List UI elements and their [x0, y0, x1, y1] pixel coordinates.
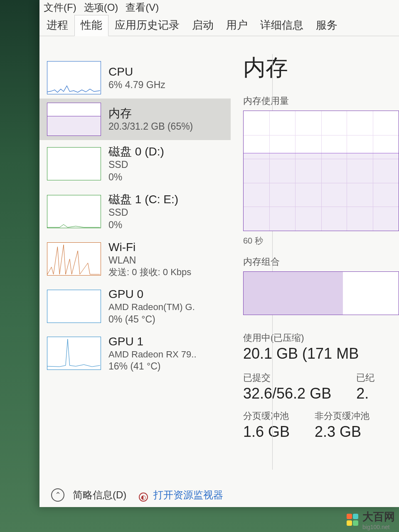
disk1-title: 磁盘 1 (C: E:) [108, 192, 223, 207]
committed-label: 已提交 [243, 372, 331, 384]
menu-options[interactable]: 选项(O) [84, 1, 118, 14]
cpu-stats: 6% 4.79 GHz [108, 79, 223, 91]
detail-title: 内存 [243, 53, 399, 83]
committed-value: 32.6/56.2 GB [243, 385, 331, 402]
disk1-sparkline-icon [47, 195, 101, 228]
nonpaged-pool-value: 2.3 GB [315, 423, 369, 441]
disk1-type: SSD [108, 207, 223, 219]
cpu-title: CPU [108, 64, 223, 79]
chevron-up-icon[interactable]: ⌃ [51, 488, 64, 502]
in-use-value: 20.1 GB (171 MB [243, 345, 399, 362]
watermark-name: 大百网 [362, 510, 395, 523]
time-axis-label: 60 秒 [243, 235, 399, 246]
wifi-io: 发送: 0 接收: 0 Kbps [108, 266, 223, 278]
memory-sparkline-icon [47, 103, 101, 136]
disk0-title: 磁盘 0 (D:) [108, 144, 223, 159]
tabbar: 进程 性能 应用历史记录 启动 用户 详细信息 服务 [39, 15, 399, 36]
wifi-sparkline-icon [47, 242, 101, 276]
watermark-logo-icon [347, 514, 359, 526]
sidebar-disk0[interactable]: 磁盘 0 (D:) SSD 0% [39, 140, 231, 188]
disk0-sparkline-icon [47, 147, 101, 180]
gpu1-title: GPU 1 [108, 334, 223, 349]
disk1-pct: 0% [108, 219, 223, 232]
tab-performance[interactable]: 性能 [74, 15, 108, 36]
memory-detail-pane: 内存 内存使用量 60 秒 内存组合 使用中(已压缩) 2 [231, 36, 399, 506]
menubar: 文件(F) 选项(O) 查看(V) [39, 0, 399, 15]
gpu1-sparkline-icon [47, 337, 101, 370]
usage-chart-label: 内存使用量 [243, 95, 399, 107]
gpu0-title: GPU 0 [108, 287, 223, 301]
memory-stats: 20.3/31.2 GB (65%) [108, 121, 223, 133]
memory-title: 内存 [108, 106, 223, 121]
paged-pool-label: 分页缓冲池 [243, 410, 290, 422]
composition-label: 内存组合 [243, 256, 399, 268]
gpu0-stat: 0% (45 °C) [108, 313, 223, 326]
gpu1-stat: 16% (41 °C) [108, 360, 223, 373]
sidebar-disk1[interactable]: 磁盘 1 (C: E:) SSD 0% [39, 188, 231, 236]
fewer-details-link[interactable]: 简略信息(D) [73, 488, 126, 502]
paged-pool-value: 1.6 GB [243, 423, 290, 441]
menu-file[interactable]: 文件(F) [44, 1, 76, 14]
in-use-label: 使用中(已压缩) [243, 332, 399, 344]
gpu0-name: AMD Radeon(TM) G. [108, 301, 223, 313]
wifi-title: Wi-Fi [108, 240, 223, 254]
tab-processes[interactable]: 进程 [40, 15, 74, 36]
cached-value: 2. [356, 385, 374, 402]
sidebar-cpu[interactable]: CPU 6% 4.79 GHz [39, 57, 231, 99]
tab-details[interactable]: 详细信息 [254, 15, 310, 36]
nonpaged-pool-label: 非分页缓冲池 [315, 410, 369, 422]
tab-app-history[interactable]: 应用历史记录 [108, 15, 186, 36]
performance-sidebar: CPU 6% 4.79 GHz 内存 20.3/31.2 GB (65%) 磁盘… [39, 36, 231, 506]
watermark: 大百网 big100.net [347, 510, 395, 530]
tab-users[interactable]: 用户 [220, 15, 254, 36]
memory-composition-bar [243, 271, 399, 315]
cached-label: 已纪 [356, 372, 374, 384]
memory-usage-chart [243, 111, 399, 231]
tab-startup[interactable]: 启动 [186, 15, 220, 36]
sidebar-wifi[interactable]: Wi-Fi WLAN 发送: 0 接收: 0 Kbps [39, 236, 231, 283]
gpu0-sparkline-icon [47, 290, 101, 323]
resource-monitor-icon: ◐ [139, 493, 148, 502]
cpu-sparkline-icon [47, 61, 101, 94]
sidebar-memory[interactable]: 内存 20.3/31.2 GB (65%) [39, 99, 231, 140]
wifi-adapter: WLAN [108, 254, 223, 267]
gpu1-name: AMD Radeon RX 79.. [108, 349, 223, 361]
sidebar-gpu1[interactable]: GPU 1 AMD Radeon RX 79.. 16% (41 °C) [39, 330, 231, 377]
watermark-url: big100.net [362, 524, 395, 530]
footer-bar: ⌃ 简略信息(D) ◐ 打开资源监视器 [39, 483, 399, 507]
menu-view[interactable]: 查看(V) [126, 1, 159, 14]
disk0-pct: 0% [108, 171, 223, 184]
sidebar-gpu0[interactable]: GPU 0 AMD Radeon(TM) G. 0% (45 °C) [39, 283, 231, 330]
task-manager-window: 文件(F) 选项(O) 查看(V) 进程 性能 应用历史记录 启动 用户 详细信… [39, 0, 399, 507]
tab-services[interactable]: 服务 [310, 15, 344, 36]
open-resource-monitor-link[interactable]: 打开资源监视器 [153, 489, 223, 500]
disk0-type: SSD [108, 159, 223, 171]
